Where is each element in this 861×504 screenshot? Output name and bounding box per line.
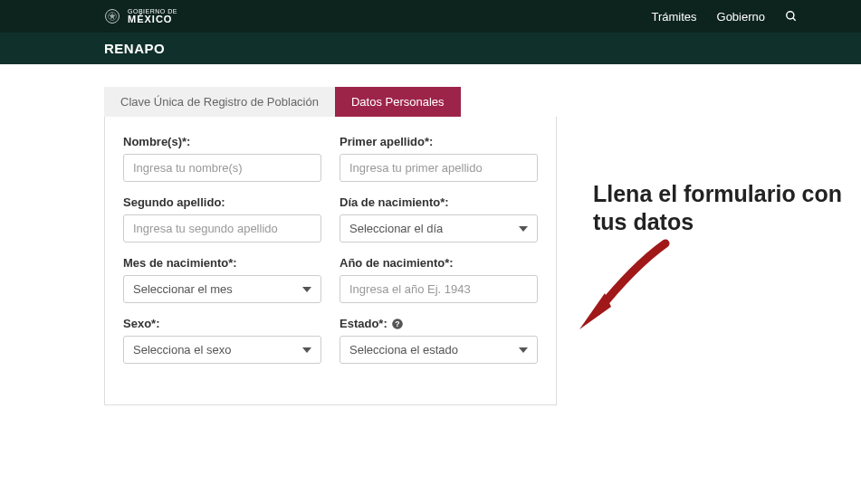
help-icon[interactable]: ? (391, 318, 404, 330)
subheader-title: RENAPO (104, 41, 165, 56)
label-sexo: Sexo*: (123, 317, 321, 330)
label-primer-apellido: Primer apellido*: (340, 135, 538, 148)
select-sexo[interactable]: Selecciona el sexo (123, 336, 321, 364)
input-nombres[interactable] (123, 154, 321, 182)
mexico-seal-icon (104, 8, 120, 24)
tabs: Clave Única de Registro de Población Dat… (104, 87, 798, 117)
label-anio-nacimiento: Año de nacimiento*: (340, 256, 538, 270)
arrow-icon (570, 239, 679, 338)
topbar-nav: Trámites Gobierno (651, 10, 798, 24)
svg-point-2 (787, 12, 794, 19)
tab-datos-personales[interactable]: Datos Personales (335, 87, 461, 117)
select-mes-nacimiento[interactable]: Seleccionar el mes (123, 275, 321, 303)
main-content: Clave Única de Registro de Población Dat… (0, 64, 861, 405)
subheader: RENAPO (0, 33, 861, 64)
form-panel: Nombre(s)*: Primer apellido*: Segundo ap… (104, 117, 557, 405)
search-icon[interactable] (785, 10, 798, 23)
input-segundo-apellido[interactable] (123, 214, 321, 242)
label-segundo-apellido: Segundo apellido: (123, 195, 321, 209)
select-dia-nacimiento[interactable]: Seleccionar el día (340, 214, 538, 242)
svg-line-3 (793, 18, 796, 21)
nav-tramites[interactable]: Trámites (651, 10, 696, 24)
annotation-fill-form: Llena el formulario con tus datos (593, 180, 861, 237)
nav-gobierno[interactable]: Gobierno (717, 10, 765, 24)
svg-text:?: ? (395, 319, 399, 328)
tab-curp[interactable]: Clave Única de Registro de Población (104, 87, 335, 117)
gov-logo: GOBIERNO DE MÉXICO (104, 8, 177, 24)
topbar: GOBIERNO DE MÉXICO Trámites Gobierno (0, 0, 861, 33)
input-primer-apellido[interactable] (340, 154, 538, 182)
label-mes-nacimiento: Mes de nacimiento*: (123, 256, 321, 270)
label-dia-nacimiento: Día de nacimiento*: (340, 195, 538, 209)
label-estado: Estado*: ? (340, 317, 538, 330)
label-nombres: Nombre(s)*: (123, 135, 321, 148)
select-estado[interactable]: Selecciona el estado (340, 336, 538, 364)
gov-line2: MÉXICO (128, 14, 177, 24)
input-anio-nacimiento[interactable] (340, 275, 538, 303)
